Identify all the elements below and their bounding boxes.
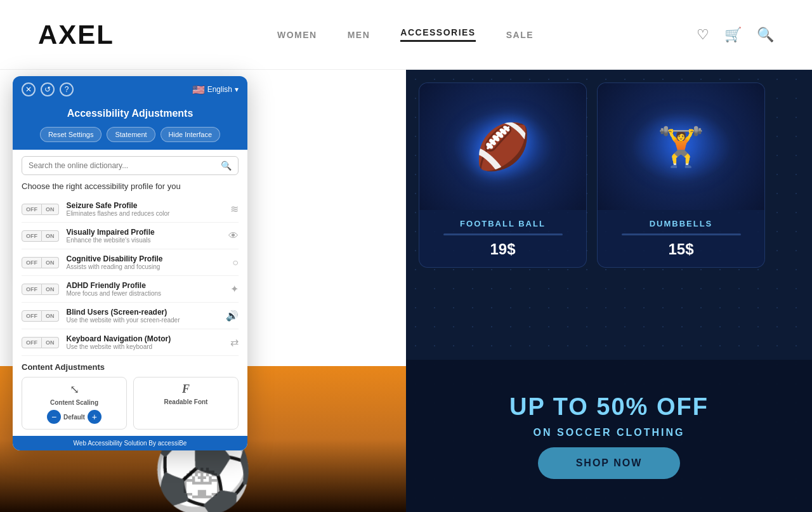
search-icon[interactable]: 🔍 — [757, 27, 774, 43]
blind-icon: 🔊 — [226, 310, 239, 322]
dumbbells-card[interactable]: 🏋️ DUMBBELLS 15$ — [597, 82, 765, 268]
wishlist-icon[interactable]: ♡ — [697, 27, 709, 43]
promo-banner: UP TO 50% OFF ON SOCCER CLOTHING SHOP NO… — [406, 360, 812, 512]
visual-name: Visually Impaired Profile — [67, 228, 224, 237]
keyboard-toggle[interactable]: OFF ON — [22, 337, 59, 348]
font-icon: F — [182, 383, 190, 396]
close-button[interactable]: ✕ — [22, 82, 36, 96]
seizure-name: Seizure Safe Profile — [67, 201, 226, 210]
widget-footer: Web Accessibility Solution By accessiBe — [13, 436, 247, 450]
visual-on[interactable]: ON — [42, 230, 59, 242]
seizure-info: Seizure Safe Profile Eliminates flashes … — [67, 201, 226, 217]
blind-desc: Use the website with your screen-reader — [67, 317, 221, 324]
adhd-on[interactable]: ON — [42, 284, 59, 295]
football-image: 🏈 — [419, 83, 586, 210]
visual-info: Visually Impaired Profile Enhance the we… — [67, 228, 224, 244]
seizure-toggle[interactable]: OFF ON — [22, 204, 59, 215]
main-content: 🥊 BOXING GLOVES 36$ ⚽ 🏟 🏈 — [0, 70, 812, 512]
dark-product-row: 🏈 FOOTBALL BALL 19$ 🏋️ DUMBBELLS 15$ — [406, 70, 812, 280]
keyboard-on[interactable]: ON — [42, 337, 59, 348]
stadium-bg: 🏟 — [0, 455, 406, 506]
dumbbell-glow: 🏋️ — [631, 112, 732, 181]
content-adj-title: Content Adjustments — [22, 362, 239, 372]
logo[interactable]: AXEL — [38, 20, 114, 50]
accessibility-widget: ✕ ↺ ? 🇺🇸 English ▾ Accessibility Adjustm… — [13, 76, 247, 450]
cognitive-toggle[interactable]: OFF ON — [22, 257, 59, 268]
visual-icon: 👁 — [228, 230, 239, 242]
cognitive-info: Cognitive Disability Profile Assists wit… — [67, 254, 228, 270]
seizure-desc: Eliminates flashes and reduces color — [67, 210, 226, 217]
search-icon: 🔍 — [221, 161, 232, 171]
header: AXEL WOMEN MEN ACCESSORIES SALE ♡ 🛒 🔍 — [0, 0, 812, 70]
cognitive-off[interactable]: OFF — [22, 257, 42, 268]
dumbbells-price: 15$ — [606, 240, 756, 258]
statement-button[interactable]: Statement — [107, 127, 155, 142]
seizure-icon: ≋ — [230, 203, 239, 215]
right-panel: 🏈 FOOTBALL BALL 19$ 🏋️ DUMBBELLS 15$ — [406, 70, 812, 512]
scaling-increase[interactable]: + — [88, 410, 102, 424]
widget-body: 🔍 Choose the right accessibility profile… — [13, 150, 247, 436]
blind-off[interactable]: OFF — [22, 310, 42, 322]
profile-seizure: OFF ON Seizure Safe Profile Eliminates f… — [22, 196, 239, 223]
football-price: 19$ — [428, 240, 577, 258]
scaling-controls: − Default + — [47, 410, 102, 424]
nav-women[interactable]: WOMEN — [277, 30, 317, 40]
dumbbells-image: 🏋️ — [598, 83, 764, 210]
language-selector[interactable]: 🇺🇸 English ▾ — [192, 84, 239, 96]
hide-interface-button[interactable]: Hide Interface — [160, 127, 220, 142]
keyboard-off[interactable]: OFF — [22, 337, 42, 348]
dumbbells-info: DUMBBELLS 15$ — [598, 210, 764, 267]
adhd-icon: ✦ — [230, 283, 239, 295]
widget-title: Accessibility Adjustments — [13, 103, 247, 127]
flag-icon: 🇺🇸 — [192, 84, 205, 96]
keyboard-info: Keyboard Navigation (Motor) Use the webs… — [67, 334, 226, 350]
promo-subtitle: ON SOCCER CLOTHING — [534, 427, 685, 438]
adhd-name: ADHD Friendly Profile — [67, 281, 226, 290]
profiles-list: OFF ON Seizure Safe Profile Eliminates f… — [22, 196, 239, 356]
keyboard-icon: ⇄ — [230, 336, 239, 348]
keyboard-name: Keyboard Navigation (Motor) — [67, 334, 226, 343]
nav-men[interactable]: MEN — [348, 30, 370, 40]
cognitive-name: Cognitive Disability Profile — [67, 254, 228, 263]
adhd-off[interactable]: OFF — [22, 284, 42, 295]
blind-name: Blind Users (Screen-reader) — [67, 308, 221, 317]
reset-button[interactable]: ↺ — [41, 82, 55, 96]
scaling-label: Content Scaling — [50, 399, 98, 406]
seizure-on[interactable]: ON — [42, 204, 59, 215]
choose-profile-label: Choose the right accessibility profile f… — [22, 181, 239, 191]
promo-title: UP TO 50% OFF — [509, 393, 709, 421]
keyboard-desc: Use the website with keyboard — [67, 343, 226, 350]
scaling-decrease[interactable]: − — [47, 410, 61, 424]
nav-sale[interactable]: SALE — [506, 30, 534, 40]
profile-adhd: OFF ON ADHD Friendly Profile More focus … — [22, 276, 239, 303]
shop-now-button[interactable]: SHOP NOW — [538, 447, 681, 479]
adhd-desc: More focus and fewer distractions — [67, 290, 226, 297]
adhd-info: ADHD Friendly Profile More focus and few… — [67, 281, 226, 297]
dumbbells-bar — [622, 233, 741, 235]
help-button[interactable]: ? — [60, 82, 74, 96]
adhd-toggle[interactable]: OFF ON — [22, 284, 59, 295]
football-info: FOOTBALL BALL 19$ — [419, 210, 586, 267]
seizure-off[interactable]: OFF — [22, 204, 42, 215]
chevron-down-icon: ▾ — [235, 85, 239, 94]
widget-header: ✕ ↺ ? 🇺🇸 English ▾ — [13, 76, 247, 103]
dictionary-search[interactable]: 🔍 — [22, 156, 239, 175]
blind-info: Blind Users (Screen-reader) Use the webs… — [67, 308, 221, 324]
profile-keyboard: OFF ON Keyboard Navigation (Motor) Use t… — [22, 329, 239, 356]
nav-accessories[interactable]: ACCESSORIES — [400, 27, 475, 42]
cart-icon[interactable]: 🛒 — [724, 27, 742, 43]
visual-off[interactable]: OFF — [22, 230, 42, 242]
cognitive-on[interactable]: ON — [42, 257, 59, 268]
dictionary-search-input[interactable] — [29, 161, 221, 170]
football-glow: 🏈 — [452, 112, 554, 181]
reset-settings-button[interactable]: Reset Settings — [40, 127, 102, 142]
content-adjustments: ⤡ Content Scaling − Default + F Readable… — [22, 377, 239, 430]
readable-font-item: F Readable Font — [133, 377, 239, 430]
football-card[interactable]: 🏈 FOOTBALL BALL 19$ — [419, 82, 587, 268]
scaling-default: Default — [63, 414, 85, 421]
football-name: FOOTBALL BALL — [428, 219, 577, 228]
blind-on[interactable]: ON — [42, 310, 59, 322]
blind-toggle[interactable]: OFF ON — [22, 310, 59, 322]
widget-action-buttons: Reset Settings Statement Hide Interface — [13, 127, 247, 150]
visual-toggle[interactable]: OFF ON — [22, 230, 59, 242]
